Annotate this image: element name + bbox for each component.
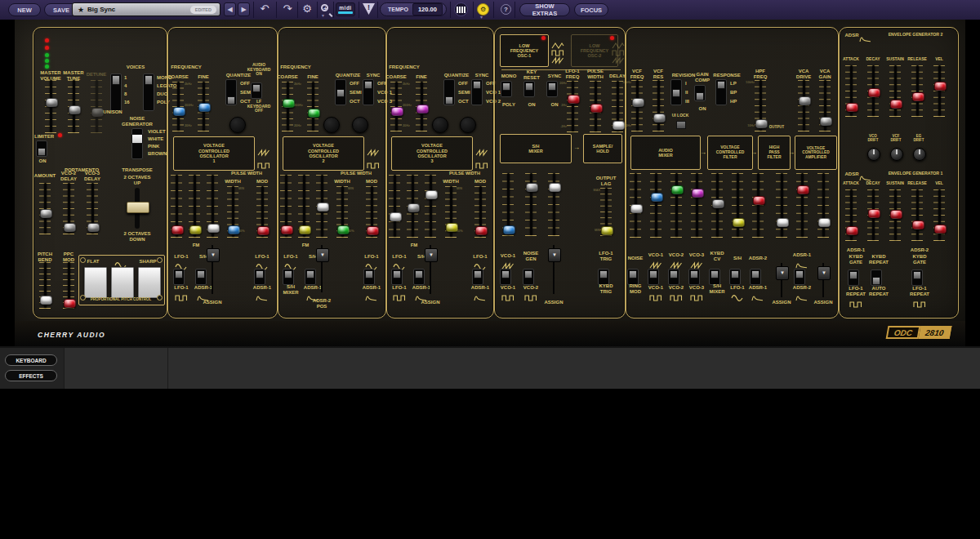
vco2-knob-2[interactable]: [352, 117, 368, 133]
vca-assign-source-slider[interactable]: ▼: [817, 263, 829, 297]
sh-trigger-switch[interactable]: [598, 269, 609, 285]
mixer-vco1-wave-switch[interactable]: [648, 269, 659, 285]
vco2-pwm-source-switch[interactable]: [363, 269, 375, 285]
vcf-res-slider[interactable]: [653, 80, 664, 131]
eg2-attack-slider[interactable]: [845, 65, 857, 116]
vco1-fm2-source-switch[interactable]: [195, 269, 207, 285]
lfo-key-reset-switch[interactable]: [523, 81, 535, 97]
mixer-vco1-slider[interactable]: [650, 173, 662, 237]
vco2-assign-slider[interactable]: ▼: [316, 245, 327, 292]
ui-lock-button[interactable]: [676, 121, 686, 129]
vcf-sh-mod-slider[interactable]: [732, 173, 743, 237]
vco1-pwm-slider[interactable]: [256, 186, 268, 237]
adsr1-gate-switch[interactable]: [848, 270, 859, 286]
tab-effects[interactable]: EFFECTS: [5, 370, 57, 381]
eg1-attack-slider[interactable]: [845, 189, 857, 240]
vca-assign-mod-slider[interactable]: [817, 173, 829, 237]
gain-comp-switch[interactable]: [694, 85, 706, 101]
lfo-sync-switch[interactable]: [546, 81, 558, 97]
eg1-decay-slider[interactable]: [867, 189, 879, 240]
vcf-kybd-cv-slider[interactable]: [711, 173, 723, 237]
tab-keyboard[interactable]: KEYBOARD: [5, 354, 57, 366]
vcf-mod3-source-switch[interactable]: [750, 269, 761, 285]
master-volume-slider[interactable]: [45, 80, 56, 132]
transpose-lever[interactable]: [124, 188, 150, 229]
ppc-center-pad[interactable]: [111, 267, 134, 298]
vco2-fm2-slider[interactable]: [298, 175, 310, 237]
vco3-knob-2[interactable]: [460, 117, 476, 133]
detune-slider[interactable]: [91, 80, 102, 132]
vco2-width-slider[interactable]: [336, 186, 348, 237]
limiter-switch[interactable]: [36, 140, 47, 157]
vcf-mod2-source-switch[interactable]: [729, 269, 741, 285]
vco3-delay-slider[interactable]: [87, 183, 98, 234]
vcf-drift-knob[interactable]: [890, 148, 903, 161]
vco3-fine-slider[interactable]: [416, 82, 427, 131]
vco1-keyboard-switch[interactable]: [251, 82, 262, 99]
sh-mixer-3-slider[interactable]: [548, 173, 559, 235]
vco3-width-slider[interactable]: [445, 186, 457, 237]
vco3-assign-slider[interactable]: ▼: [425, 245, 436, 294]
vcf-mod1-source-switch[interactable]: [709, 269, 720, 285]
kybd-repeat-switch[interactable]: [871, 270, 882, 286]
vco2-delay-slider[interactable]: [63, 183, 74, 234]
vco1-fm1-slider[interactable]: [171, 175, 182, 237]
vco1-coarse-slider[interactable]: [172, 82, 184, 131]
vco2-fm1-slider[interactable]: [280, 175, 292, 237]
vca-gain-slider[interactable]: [819, 80, 831, 131]
vco2-fm2-source-switch[interactable]: [305, 269, 316, 285]
lfo1-pulse-width-slider[interactable]: [590, 81, 601, 131]
adsr2-gate-switch[interactable]: [911, 270, 923, 286]
vco2-fm1-source-switch[interactable]: [283, 269, 294, 285]
sh-mixer-1-slider[interactable]: [502, 173, 514, 235]
vco2-knob-1[interactable]: [323, 117, 340, 133]
ppc-sharp-pad[interactable]: [138, 267, 161, 298]
vco3-knob-1[interactable]: [432, 117, 448, 133]
vco3-pwm-source-switch[interactable]: [472, 269, 483, 285]
sh-assign-slider[interactable]: ▼: [548, 245, 559, 294]
vco3-fm1-slider[interactable]: [389, 175, 400, 237]
vcf-assign-mod-slider[interactable]: [776, 173, 787, 237]
mixer-vco3-slider[interactable]: [691, 173, 702, 237]
vco2-quantize-switch[interactable]: [335, 79, 346, 105]
vco2-fm3-slider[interactable]: [316, 175, 327, 237]
eg1-sustain-slider[interactable]: [889, 189, 901, 240]
master-tune-slider[interactable]: [68, 80, 79, 132]
ppc-mod-slider[interactable]: [63, 262, 74, 308]
vco2-fine-slider[interactable]: [307, 82, 318, 131]
ppc-flat-pad[interactable]: [84, 267, 107, 298]
vco1-assign-slider[interactable]: ▼: [207, 245, 218, 294]
vco3-pwm-slider[interactable]: [474, 186, 486, 237]
vco1-fm2-slider[interactable]: [189, 175, 200, 237]
vco2-sync-switch[interactable]: [363, 79, 374, 105]
mixer-noise-slider[interactable]: [630, 173, 641, 237]
vco2-pwm-slider[interactable]: [366, 186, 377, 237]
hpf-freq-slider[interactable]: [755, 80, 766, 131]
vco1-pwm-source-switch[interactable]: [254, 269, 265, 285]
voice-mode-switch[interactable]: [143, 74, 154, 111]
vcf-freq-slider[interactable]: [631, 80, 643, 131]
vco-drift-knob[interactable]: [867, 148, 880, 161]
mixer-vco3-wave-switch[interactable]: [688, 269, 700, 285]
eg-drift-knob[interactable]: [913, 148, 926, 161]
vca-mod-source-switch[interactable]: [794, 269, 805, 285]
vca-adsr1-mod-slider[interactable]: [796, 173, 808, 237]
mixer-vco2-wave-switch[interactable]: [668, 269, 679, 285]
vco2-coarse-slider[interactable]: [282, 82, 293, 131]
vco3-sync-switch[interactable]: [471, 79, 483, 105]
vcf-response-switch[interactable]: [715, 79, 727, 105]
vco3-quantize-switch[interactable]: [443, 79, 455, 105]
vcf-adsr2-mod-slider[interactable]: [752, 173, 764, 237]
vcf-assign-source-slider[interactable]: ▼: [776, 263, 787, 297]
vco1-fm1-source-switch[interactable]: [173, 269, 185, 285]
lfo-mono-poly-switch[interactable]: [501, 81, 512, 97]
vco1-quantize-switch[interactable]: [225, 79, 237, 105]
eg1-vel-slider[interactable]: [933, 189, 945, 240]
sh-mixer-2-slider[interactable]: [525, 173, 537, 235]
vco3-coarse-slider[interactable]: [390, 82, 402, 131]
vco1-fm3-slider[interactable]: [207, 175, 218, 237]
vco3-fm2-slider[interactable]: [407, 175, 418, 237]
noise-type-switch[interactable]: [131, 128, 143, 159]
vco1-fine-slider[interactable]: [198, 82, 209, 131]
lfo1-delay-slider[interactable]: [612, 81, 623, 131]
